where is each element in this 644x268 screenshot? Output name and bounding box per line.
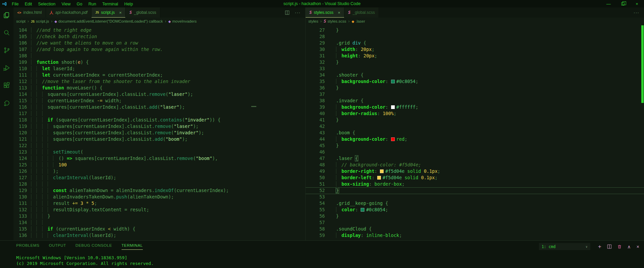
code-line[interactable]: 112 //move the laser from the shooter to…	[14, 78, 305, 85]
code-line[interactable]: 58.soundCloud {	[306, 226, 644, 232]
code-line[interactable]: 33	[306, 65, 644, 72]
menu-item-file[interactable]: File	[9, 2, 22, 6]
terminal-select[interactable]: 1: cmd ∨	[539, 243, 590, 250]
split-terminal-icon[interactable]	[607, 244, 612, 249]
run-and-debug-icon[interactable]	[2, 63, 11, 73]
code-line[interactable]: 107 //and loop again to move again withi…	[14, 46, 305, 53]
code-line[interactable]: 109 function shoot(e) {	[14, 59, 305, 65]
close-icon[interactable]: ×	[630, 0, 644, 7]
code-line[interactable]: 34.shooter {	[306, 72, 644, 78]
breadcrumb-item[interactable]: script	[16, 19, 25, 23]
kill-terminal-icon[interactable]	[617, 244, 622, 249]
new-terminal-icon[interactable]: +	[598, 243, 601, 250]
code-line[interactable]: 37	[306, 91, 644, 98]
breadcrumb-item[interactable]: JSscript.js	[31, 19, 49, 23]
code-line[interactable]: 38.invader {	[306, 98, 644, 104]
panel-tab-problems[interactable]: PROBLEMS	[16, 243, 40, 250]
code-line[interactable]: 124 () => squares[currentLaserIndex].cla…	[14, 155, 305, 162]
code-line[interactable]: 133 }	[14, 213, 305, 219]
code-line[interactable]: 126 );	[14, 168, 305, 175]
code-line[interactable]: 32}	[306, 59, 644, 65]
code-line[interactable]: 46	[306, 149, 644, 155]
code-line[interactable]: 57	[306, 219, 644, 226]
code-line[interactable]: 39 background-color: #ffffff;	[306, 104, 644, 110]
close-icon[interactable]: ×	[338, 10, 340, 15]
code-line[interactable]: 104 //and the right edge	[14, 27, 305, 33]
code-line[interactable]: 35 background-color: #0c8054;	[306, 78, 644, 85]
code-line[interactable]: 108	[14, 53, 305, 59]
code-line[interactable]: 40 border-radius: 100%;	[306, 110, 644, 117]
code-line[interactable]: 121 squares[currentLaserIndex].classList…	[14, 136, 305, 142]
breadcrumb-item[interactable]: ◆.laser	[352, 19, 365, 23]
code-line[interactable]: 41}	[306, 117, 644, 123]
code-line[interactable]: 56}	[306, 213, 644, 219]
panel-tab-debug-console[interactable]: DEBUG CONSOLE	[76, 243, 112, 250]
code-line[interactable]: 123 setTimeout(	[14, 149, 305, 155]
code-line[interactable]: 50 border-left: #f5d04e solid 0.1px;	[306, 175, 644, 181]
code-line[interactable]: 53	[306, 194, 644, 200]
menu-item-selection[interactable]: Selection	[35, 2, 58, 6]
code-line[interactable]: 129 const alienTakenDown = alienInvaders…	[14, 187, 305, 194]
code-line[interactable]: 47.laser {	[306, 155, 644, 162]
code-line[interactable]: 59 display: inline-block;	[306, 232, 644, 239]
code-line[interactable]: 49 border-right: #f5d04e solid 0.1px;	[306, 168, 644, 175]
code-line[interactable]: 44 background-color: red;	[306, 136, 644, 142]
code-line[interactable]: 117	[14, 110, 305, 117]
menu-item-edit[interactable]: Edit	[22, 2, 35, 6]
tab-index-html[interactable]: <>index.html	[14, 7, 46, 18]
split-editor-icon[interactable]	[285, 10, 289, 15]
tab-styles-scss[interactable]: Sstyles.scss×	[306, 7, 344, 18]
breadcrumb-item[interactable]: Sstyles.scss	[324, 19, 346, 24]
extensions-icon[interactable]	[2, 80, 11, 90]
code-line[interactable]: 29.grid div {	[306, 40, 644, 46]
code-editor-stylesscss[interactable]: 27}2829.grid div {30 width: 20px;31 heig…	[306, 25, 644, 240]
code-line[interactable]: 131 result += 3 * 5;	[14, 200, 305, 207]
code-line[interactable]: 30 width: 20px;	[306, 46, 644, 53]
breadcrumb-item[interactable]: ◆document.addEventListener("DOMContentLo…	[54, 19, 163, 23]
menu-item-help[interactable]: Help	[121, 2, 136, 6]
more-icon[interactable]: ···	[634, 10, 639, 15]
code-line[interactable]: 55 color: #0c8054;	[306, 207, 644, 213]
code-line[interactable]: 45}	[306, 142, 644, 149]
breadcrumb-item[interactable]: ◆moveInvaders	[168, 19, 197, 23]
menu-item-run[interactable]: Run	[85, 2, 99, 6]
close-panel-icon[interactable]: ×	[637, 244, 639, 249]
code-line[interactable]: 127 clearInterval(laserId);	[14, 175, 305, 181]
code-line[interactable]: 115 currentLaserIndex -= width;	[14, 98, 305, 104]
code-line[interactable]: 54.grid__keep-going {	[306, 200, 644, 207]
source-control-icon[interactable]	[2, 45, 11, 55]
breadcrumb-item[interactable]: styles	[308, 19, 318, 23]
remote-icon[interactable]	[2, 98, 11, 108]
restore-icon[interactable]	[616, 0, 630, 7]
code-line[interactable]: 128	[14, 181, 305, 187]
minimize-icon[interactable]: —	[601, 0, 616, 7]
code-line[interactable]: 120 squares[currentLaserIndex].classList…	[14, 130, 305, 136]
code-line[interactable]: 130 alienInvadersTakenDown.push(alienTak…	[14, 194, 305, 200]
code-line[interactable]: 43.boom {	[306, 130, 644, 136]
tab--global-scss[interactable]: S_global.scss	[344, 7, 379, 18]
code-line[interactable]: 134	[14, 219, 305, 226]
code-line[interactable]: 51 box-sizing: border-box;	[306, 181, 644, 187]
code-line[interactable]: 114 squares[currentLaserIndex].classList…	[14, 91, 305, 98]
code-line[interactable]: 118 if (squares[currentLaserIndex].class…	[14, 117, 305, 123]
menu-item-terminal[interactable]: Terminal	[99, 2, 121, 6]
code-editor-scriptjs[interactable]: 104 //and the right edge105 //check both…	[14, 25, 305, 240]
code-line[interactable]: 132 resultDisplay.textContent = result;	[14, 207, 305, 213]
panel-tab-terminal[interactable]: TERMINAL	[122, 243, 143, 250]
maximize-panel-icon[interactable]: ∧	[627, 244, 631, 249]
tab-api-hackathon-pdf[interactable]: 人api-hackathon.pdf	[46, 7, 92, 18]
menu-item-view[interactable]: View	[58, 2, 74, 6]
code-line[interactable]: 135 if (currentLaserIndex < width) {	[14, 226, 305, 232]
code-line[interactable]: 122	[14, 142, 305, 149]
code-line[interactable]: 42	[306, 123, 644, 130]
code-line[interactable]: 111 let currentLaserIndex = currentShoot…	[14, 72, 305, 78]
code-line[interactable]: 52}	[306, 187, 644, 194]
menu-item-go[interactable]: Go	[74, 2, 85, 6]
code-line[interactable]: 113 function moveLaser() {	[14, 85, 305, 91]
code-line[interactable]: 36}	[306, 85, 644, 91]
code-line[interactable]: 48 // background-color: #f5d04e;	[306, 162, 644, 168]
tab-script-js[interactable]: JSscript.js×	[92, 7, 126, 18]
panel-tab-output[interactable]: OUTPUT	[49, 243, 66, 250]
close-icon[interactable]: ×	[119, 10, 122, 15]
files-icon[interactable]	[2, 10, 11, 20]
